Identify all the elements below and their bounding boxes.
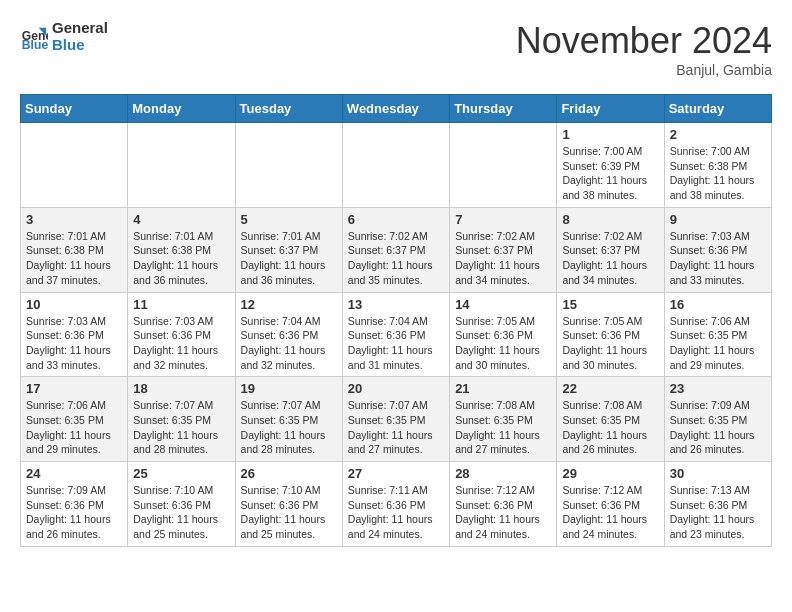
calendar-cell: 6Sunrise: 7:02 AM Sunset: 6:37 PM Daylig… [342, 207, 449, 292]
day-number: 5 [241, 212, 337, 227]
day-info: Sunrise: 7:04 AM Sunset: 6:36 PM Dayligh… [241, 314, 337, 373]
calendar-cell: 2Sunrise: 7:00 AM Sunset: 6:38 PM Daylig… [664, 123, 771, 208]
day-number: 3 [26, 212, 122, 227]
day-info: Sunrise: 7:04 AM Sunset: 6:36 PM Dayligh… [348, 314, 444, 373]
day-number: 8 [562, 212, 658, 227]
day-info: Sunrise: 7:08 AM Sunset: 6:35 PM Dayligh… [562, 398, 658, 457]
day-number: 15 [562, 297, 658, 312]
day-info: Sunrise: 7:12 AM Sunset: 6:36 PM Dayligh… [562, 483, 658, 542]
day-number: 10 [26, 297, 122, 312]
day-info: Sunrise: 7:02 AM Sunset: 6:37 PM Dayligh… [348, 229, 444, 288]
day-info: Sunrise: 7:09 AM Sunset: 6:35 PM Dayligh… [670, 398, 766, 457]
day-number: 30 [670, 466, 766, 481]
day-number: 6 [348, 212, 444, 227]
day-number: 27 [348, 466, 444, 481]
day-info: Sunrise: 7:01 AM Sunset: 6:38 PM Dayligh… [133, 229, 229, 288]
calendar-cell [235, 123, 342, 208]
day-info: Sunrise: 7:03 AM Sunset: 6:36 PM Dayligh… [670, 229, 766, 288]
weekday-header-tuesday: Tuesday [235, 95, 342, 123]
logo: General Blue General Blue [20, 20, 108, 53]
calendar-cell [342, 123, 449, 208]
calendar-cell: 7Sunrise: 7:02 AM Sunset: 6:37 PM Daylig… [450, 207, 557, 292]
weekday-header-friday: Friday [557, 95, 664, 123]
calendar-week-5: 24Sunrise: 7:09 AM Sunset: 6:36 PM Dayli… [21, 462, 772, 547]
day-number: 23 [670, 381, 766, 396]
calendar-cell: 24Sunrise: 7:09 AM Sunset: 6:36 PM Dayli… [21, 462, 128, 547]
day-info: Sunrise: 7:05 AM Sunset: 6:36 PM Dayligh… [562, 314, 658, 373]
calendar-cell: 19Sunrise: 7:07 AM Sunset: 6:35 PM Dayli… [235, 377, 342, 462]
calendar-cell: 21Sunrise: 7:08 AM Sunset: 6:35 PM Dayli… [450, 377, 557, 462]
day-info: Sunrise: 7:03 AM Sunset: 6:36 PM Dayligh… [133, 314, 229, 373]
day-info: Sunrise: 7:07 AM Sunset: 6:35 PM Dayligh… [241, 398, 337, 457]
calendar-week-3: 10Sunrise: 7:03 AM Sunset: 6:36 PM Dayli… [21, 292, 772, 377]
day-number: 26 [241, 466, 337, 481]
calendar-cell: 13Sunrise: 7:04 AM Sunset: 6:36 PM Dayli… [342, 292, 449, 377]
day-number: 12 [241, 297, 337, 312]
calendar-cell: 26Sunrise: 7:10 AM Sunset: 6:36 PM Dayli… [235, 462, 342, 547]
day-info: Sunrise: 7:02 AM Sunset: 6:37 PM Dayligh… [455, 229, 551, 288]
calendar-cell: 18Sunrise: 7:07 AM Sunset: 6:35 PM Dayli… [128, 377, 235, 462]
day-number: 4 [133, 212, 229, 227]
day-number: 11 [133, 297, 229, 312]
day-number: 29 [562, 466, 658, 481]
weekday-header-monday: Monday [128, 95, 235, 123]
calendar-week-4: 17Sunrise: 7:06 AM Sunset: 6:35 PM Dayli… [21, 377, 772, 462]
day-number: 14 [455, 297, 551, 312]
logo-text: General Blue [52, 20, 108, 53]
day-number: 7 [455, 212, 551, 227]
day-number: 17 [26, 381, 122, 396]
calendar-cell: 28Sunrise: 7:12 AM Sunset: 6:36 PM Dayli… [450, 462, 557, 547]
calendar-cell: 10Sunrise: 7:03 AM Sunset: 6:36 PM Dayli… [21, 292, 128, 377]
calendar-week-1: 1Sunrise: 7:00 AM Sunset: 6:39 PM Daylig… [21, 123, 772, 208]
calendar-cell: 11Sunrise: 7:03 AM Sunset: 6:36 PM Dayli… [128, 292, 235, 377]
calendar-cell: 3Sunrise: 7:01 AM Sunset: 6:38 PM Daylig… [21, 207, 128, 292]
day-number: 16 [670, 297, 766, 312]
day-info: Sunrise: 7:13 AM Sunset: 6:36 PM Dayligh… [670, 483, 766, 542]
calendar-cell: 14Sunrise: 7:05 AM Sunset: 6:36 PM Dayli… [450, 292, 557, 377]
calendar-cell: 29Sunrise: 7:12 AM Sunset: 6:36 PM Dayli… [557, 462, 664, 547]
calendar-cell: 30Sunrise: 7:13 AM Sunset: 6:36 PM Dayli… [664, 462, 771, 547]
day-number: 19 [241, 381, 337, 396]
day-number: 20 [348, 381, 444, 396]
calendar-cell [450, 123, 557, 208]
weekday-header-wednesday: Wednesday [342, 95, 449, 123]
day-number: 13 [348, 297, 444, 312]
calendar-cell: 5Sunrise: 7:01 AM Sunset: 6:37 PM Daylig… [235, 207, 342, 292]
day-info: Sunrise: 7:08 AM Sunset: 6:35 PM Dayligh… [455, 398, 551, 457]
weekday-header-saturday: Saturday [664, 95, 771, 123]
calendar-cell: 22Sunrise: 7:08 AM Sunset: 6:35 PM Dayli… [557, 377, 664, 462]
weekday-header-row: SundayMondayTuesdayWednesdayThursdayFrid… [21, 95, 772, 123]
day-info: Sunrise: 7:00 AM Sunset: 6:38 PM Dayligh… [670, 144, 766, 203]
calendar-cell: 17Sunrise: 7:06 AM Sunset: 6:35 PM Dayli… [21, 377, 128, 462]
day-number: 2 [670, 127, 766, 142]
calendar-cell [21, 123, 128, 208]
day-info: Sunrise: 7:00 AM Sunset: 6:39 PM Dayligh… [562, 144, 658, 203]
day-info: Sunrise: 7:12 AM Sunset: 6:36 PM Dayligh… [455, 483, 551, 542]
day-number: 18 [133, 381, 229, 396]
location: Banjul, Gambia [516, 62, 772, 78]
month-title: November 2024 [516, 20, 772, 62]
day-number: 24 [26, 466, 122, 481]
calendar-cell: 20Sunrise: 7:07 AM Sunset: 6:35 PM Dayli… [342, 377, 449, 462]
day-info: Sunrise: 7:03 AM Sunset: 6:36 PM Dayligh… [26, 314, 122, 373]
weekday-header-thursday: Thursday [450, 95, 557, 123]
day-info: Sunrise: 7:05 AM Sunset: 6:36 PM Dayligh… [455, 314, 551, 373]
calendar-cell: 1Sunrise: 7:00 AM Sunset: 6:39 PM Daylig… [557, 123, 664, 208]
day-number: 28 [455, 466, 551, 481]
calendar-cell: 16Sunrise: 7:06 AM Sunset: 6:35 PM Dayli… [664, 292, 771, 377]
calendar-table: SundayMondayTuesdayWednesdayThursdayFrid… [20, 94, 772, 547]
calendar-cell: 4Sunrise: 7:01 AM Sunset: 6:38 PM Daylig… [128, 207, 235, 292]
day-info: Sunrise: 7:10 AM Sunset: 6:36 PM Dayligh… [241, 483, 337, 542]
calendar-cell: 25Sunrise: 7:10 AM Sunset: 6:36 PM Dayli… [128, 462, 235, 547]
calendar-cell [128, 123, 235, 208]
day-number: 9 [670, 212, 766, 227]
day-info: Sunrise: 7:01 AM Sunset: 6:37 PM Dayligh… [241, 229, 337, 288]
calendar-cell: 12Sunrise: 7:04 AM Sunset: 6:36 PM Dayli… [235, 292, 342, 377]
page-header: General Blue General Blue November 2024 … [20, 20, 772, 78]
calendar-week-2: 3Sunrise: 7:01 AM Sunset: 6:38 PM Daylig… [21, 207, 772, 292]
calendar-cell: 27Sunrise: 7:11 AM Sunset: 6:36 PM Dayli… [342, 462, 449, 547]
day-info: Sunrise: 7:07 AM Sunset: 6:35 PM Dayligh… [133, 398, 229, 457]
day-info: Sunrise: 7:11 AM Sunset: 6:36 PM Dayligh… [348, 483, 444, 542]
day-info: Sunrise: 7:06 AM Sunset: 6:35 PM Dayligh… [670, 314, 766, 373]
day-number: 22 [562, 381, 658, 396]
